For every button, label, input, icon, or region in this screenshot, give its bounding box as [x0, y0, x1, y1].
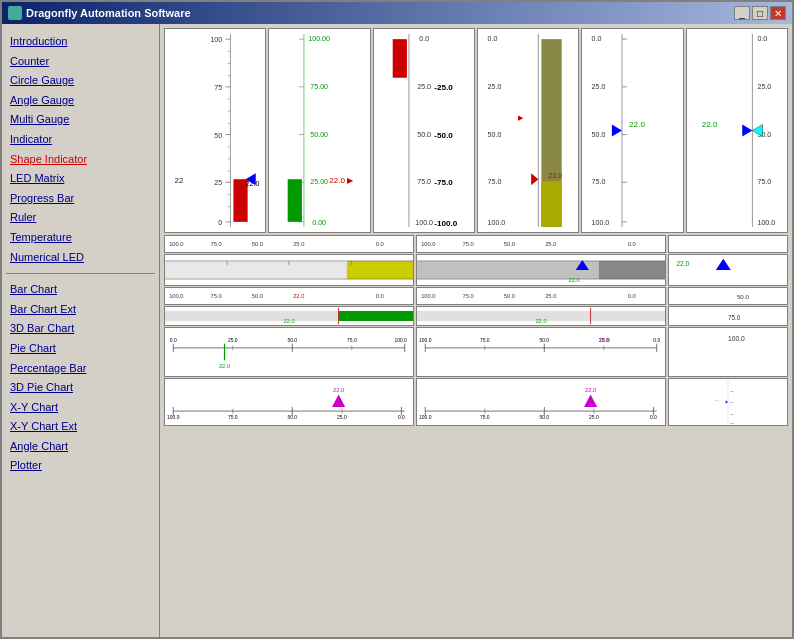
- svg-text:75.0: 75.0: [347, 338, 357, 343]
- svg-text:50.0: 50.0: [417, 131, 431, 139]
- sidebar-item-introduction[interactable]: Introduction: [6, 32, 155, 52]
- gauge-4: 0.0 25.0 50.0 75.0 100.0 ▶ 22.0: [477, 28, 579, 233]
- svg-text:0.0: 0.0: [628, 293, 636, 299]
- gauge-6: 0.0 25.0 50.0 75.0 100.0 22.0: [686, 28, 788, 233]
- sidebar-item-plotter[interactable]: Plotter: [6, 456, 155, 476]
- hbar-right-panel: 22.0: [668, 254, 788, 286]
- close-button[interactable]: ✕: [770, 6, 786, 20]
- svg-text:50.0: 50.0: [539, 338, 549, 343]
- svg-text:100.0: 100.0: [419, 415, 432, 420]
- svg-rect-46: [392, 39, 406, 78]
- h-scale-2-svg: 100.0 75.0 50.0 25.0 0.0: [417, 236, 665, 252]
- svg-marker-59: [531, 173, 538, 185]
- gauge-1-svg: 100 75 50 25 0: [165, 29, 265, 232]
- sidebar-divider: [6, 273, 155, 274]
- sidebar-item-xy-chart-ext[interactable]: X-Y Chart Ext: [6, 417, 155, 437]
- svg-text:25.0: 25.0: [589, 415, 599, 420]
- svg-text:75.0: 75.0: [480, 338, 490, 343]
- sidebar-item-led-matrix[interactable]: LED Matrix: [6, 169, 155, 189]
- svg-text:75.0: 75.0: [488, 178, 502, 186]
- minimize-button[interactable]: _: [734, 6, 750, 20]
- svg-text:100.0: 100.0: [488, 219, 506, 227]
- svg-text:50.0: 50.0: [287, 415, 297, 420]
- ruler-2-svg: 100.0 75.0 50.0 25.0 0.0 22.0: [417, 328, 665, 376]
- sidebar-item-multi-gauge[interactable]: Multi Gauge: [6, 110, 155, 130]
- thin-bar-r-svg: 75.0: [669, 307, 787, 325]
- sidebar-item-bar-chart[interactable]: Bar Chart: [6, 280, 155, 300]
- svg-text:75.0: 75.0: [210, 241, 221, 247]
- svg-text:22.0: 22.0: [701, 120, 717, 129]
- svg-text:22.0 ▶: 22.0 ▶: [330, 176, 355, 185]
- svg-text:50.0: 50.0: [252, 293, 263, 299]
- content-area: Introduction Counter Circle Gauge Angle …: [2, 24, 792, 637]
- svg-text:100.0: 100.0: [167, 415, 180, 420]
- svg-text:75.0: 75.0: [757, 178, 771, 186]
- sidebar-item-angle-chart[interactable]: Angle Chart: [6, 437, 155, 457]
- svg-text:100.0: 100.0: [394, 338, 407, 343]
- svg-text:75.0: 75.0: [462, 293, 473, 299]
- sidebar-item-pie-chart[interactable]: Pie Chart: [6, 339, 155, 359]
- gauge-3-svg: 0.0 25.0 50.0 75.0 100.0 -25.0 -50.0 -75…: [374, 29, 474, 232]
- sidebar-item-bar-chart-ext[interactable]: Bar Chart Ext: [6, 300, 155, 320]
- sidebar: Introduction Counter Circle Gauge Angle …: [2, 24, 160, 637]
- sidebar-item-circle-gauge[interactable]: Circle Gauge: [6, 71, 155, 91]
- sidebar-item-3d-pie-chart[interactable]: 3D Pie Chart: [6, 378, 155, 398]
- sidebar-item-ruler[interactable]: Ruler: [6, 208, 155, 228]
- svg-text:100.0: 100.0: [728, 335, 745, 342]
- hbar-yellow-svg: [165, 255, 413, 285]
- title-bar-left: Dragonfly Automation Software: [8, 6, 191, 20]
- svg-text:50.0: 50.0: [504, 293, 515, 299]
- svg-text:50.0: 50.0: [737, 293, 750, 300]
- thin-bar-1-svg: 22.0: [165, 307, 413, 325]
- svg-text:50.0: 50.0: [592, 131, 606, 139]
- h-scale-right: [668, 235, 788, 253]
- sidebar-item-3d-bar-chart[interactable]: 3D Bar Chart: [6, 319, 155, 339]
- svg-text:100.0: 100.0: [421, 241, 435, 247]
- svg-text:75.0: 75.0: [480, 415, 490, 420]
- svg-text:22.0: 22.0: [599, 337, 610, 343]
- sidebar-item-shape-indicator[interactable]: Shape Indicator: [6, 150, 155, 170]
- svg-text:50.0: 50.0: [488, 131, 502, 139]
- sidebar-item-xy-chart[interactable]: X-Y Chart: [6, 398, 155, 418]
- svg-text:22: 22: [175, 176, 185, 185]
- gauge-5: 0.0 25.0 50.0 75.0 100.0 22.0: [581, 28, 683, 233]
- svg-text:0.0: 0.0: [170, 338, 177, 343]
- sidebar-item-indicator[interactable]: Indicator: [6, 130, 155, 150]
- sidebar-item-numerical-led[interactable]: Numerical LED: [6, 248, 155, 268]
- sidebar-item-percentage-bar[interactable]: Percentage Bar: [6, 359, 155, 379]
- sidebar-item-angle-gauge[interactable]: Angle Gauge: [6, 91, 155, 111]
- svg-marker-179: [584, 395, 597, 407]
- h-scale-3-svg: 100.0 75.0 50.0 22.0 0.0: [165, 288, 413, 304]
- window-title: Dragonfly Automation Software: [26, 7, 191, 19]
- svg-text:0.0: 0.0: [628, 241, 636, 247]
- svg-text:50: 50: [214, 132, 222, 140]
- svg-text:0.0: 0.0: [376, 241, 384, 247]
- svg-marker-185: [726, 401, 728, 404]
- svg-text:22.0: 22.0: [293, 293, 304, 299]
- svg-text:22.0: 22.0: [548, 172, 562, 180]
- sidebar-item-progress-bar[interactable]: Progress Bar: [6, 189, 155, 209]
- svg-text:50.00: 50.00: [311, 131, 329, 139]
- svg-text:50.0: 50.0: [252, 241, 263, 247]
- h-scale-4: 100.0 75.0 50.0 25.0 0.0: [416, 287, 666, 305]
- hbar-yellow: [164, 254, 414, 286]
- svg-text:22.0: 22.0: [283, 318, 294, 324]
- svg-text:-75.0: -75.0: [434, 178, 453, 187]
- sidebar-item-counter[interactable]: Counter: [6, 52, 155, 72]
- gauge-6-svg: 0.0 25.0 50.0 75.0 100.0 22.0: [687, 29, 787, 232]
- hbar-right-svg: 22.0: [669, 255, 787, 285]
- svg-text:0.00: 0.00: [313, 219, 327, 227]
- svg-text:25.0: 25.0: [545, 241, 556, 247]
- sidebar-item-temperature[interactable]: Temperature: [6, 228, 155, 248]
- svg-text:100.0: 100.0: [415, 219, 433, 227]
- svg-text:25.0: 25.0: [730, 391, 733, 392]
- svg-text:22.0: 22.0: [535, 318, 546, 324]
- svg-text:0.0: 0.0: [650, 415, 657, 420]
- maximize-button[interactable]: □: [752, 6, 768, 20]
- gauge-1: 100 75 50 25 0: [164, 28, 266, 233]
- svg-text:50.0: 50.0: [504, 241, 515, 247]
- h-scale-1: 100.0 75.0 50.0 25.0 0.0: [164, 235, 414, 253]
- thin-bar-1: 22.0: [164, 306, 414, 326]
- svg-text:0: 0: [218, 219, 222, 227]
- app-icon: [8, 6, 22, 20]
